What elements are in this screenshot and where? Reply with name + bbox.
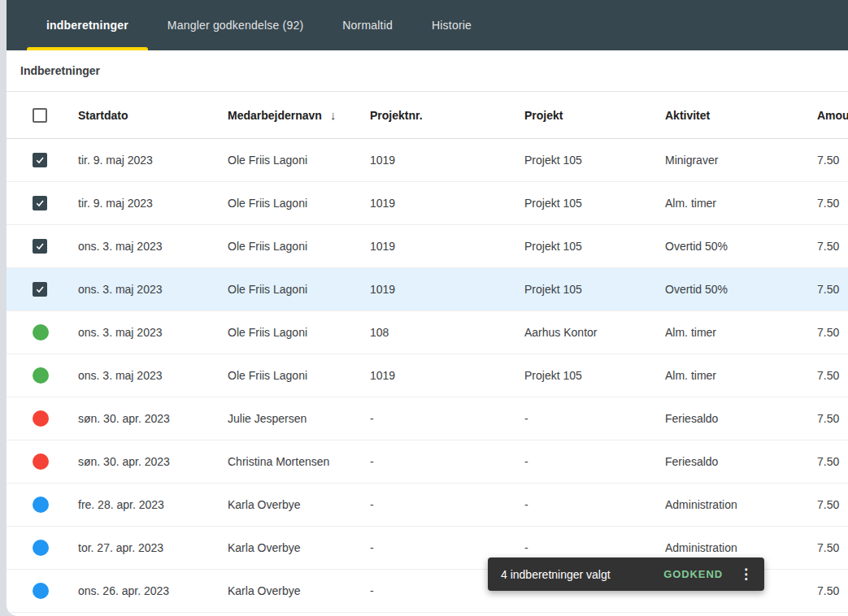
tab-mangler-godkendelse[interactable]: Mangler godkendelse (92)	[148, 0, 323, 50]
col-projektnr[interactable]: Projektnr.	[370, 109, 524, 122]
table-row[interactable]: tir. 9. maj 2023 Ole Friis Lagoni 1019 P…	[7, 182, 848, 225]
row-indicator-cell	[7, 497, 78, 513]
cell-projekt: -	[524, 412, 665, 425]
cell-aktivitet: Feriesaldo	[665, 455, 817, 468]
cell-amount: 7.50	[817, 283, 848, 296]
page-title-row: Indberetninger	[7, 50, 848, 92]
col-amount[interactable]: Amount	[817, 109, 848, 122]
col-startdato[interactable]: Startdato	[78, 109, 228, 122]
page-title: Indberetninger	[20, 64, 100, 77]
cell-projektnr: 108	[370, 326, 524, 339]
cell-medarbejdernavn: Ole Friis Lagoni	[228, 283, 370, 296]
cell-medarbejdernavn: Ole Friis Lagoni	[228, 326, 370, 339]
cell-projektnr: 1019	[370, 369, 524, 382]
row-checkbox-checked[interactable]	[33, 153, 47, 167]
app-window: indberetninger Mangler godkendelse (92) …	[7, 0, 848, 616]
snackbar-message: 4 indberetninger valgt	[501, 568, 655, 581]
cell-startdato: ons. 26. apr. 2023	[78, 584, 228, 597]
cell-amount: 7.50	[817, 369, 848, 382]
col-medarbejdernavn[interactable]: Medarbejdernavn↓	[228, 108, 370, 122]
row-indicator-cell	[7, 367, 78, 384]
cell-medarbejdernavn: Ole Friis Lagoni	[228, 154, 370, 167]
tab-historie[interactable]: Historie	[412, 0, 491, 50]
cell-projektnr: -	[370, 541, 524, 554]
tab-label: indberetninger	[46, 19, 128, 32]
cell-startdato: ons. 3. maj 2023	[78, 240, 228, 253]
cell-amount: 7.50	[817, 498, 848, 511]
tab-label: Mangler godkendelse (92)	[167, 19, 303, 32]
cell-projekt: -	[524, 455, 665, 468]
tab-indberetninger[interactable]: indberetninger	[27, 0, 148, 50]
table-row[interactable]: søn. 30. apr. 2023 Christina Mortensen -…	[7, 440, 848, 484]
godkend-button[interactable]: GODKEND	[655, 562, 731, 587]
row-checkbox-checked[interactable]	[33, 282, 47, 297]
cell-projekt: Projekt 105	[524, 154, 665, 167]
col-projekt[interactable]: Projekt	[524, 109, 665, 122]
table-body: tir. 9. maj 2023 Ole Friis Lagoni 1019 P…	[7, 139, 848, 613]
status-dot[interactable]	[33, 324, 49, 341]
cell-projekt: Aarhus Kontor	[524, 326, 665, 339]
table-header: Startdato Medarbejdernavn↓ Projektnr. Pr…	[7, 92, 848, 139]
cell-aktivitet: Alm. timer	[665, 369, 817, 382]
status-dot[interactable]	[33, 583, 49, 599]
row-indicator-cell	[7, 410, 78, 427]
cell-medarbejdernavn: Christina Mortensen	[228, 455, 370, 468]
kebab-vertical-icon[interactable]: ⋮	[731, 562, 761, 586]
select-all-cell	[7, 108, 78, 123]
cell-projektnr: 1019	[370, 240, 524, 253]
status-dot[interactable]	[33, 497, 49, 513]
cell-projekt: Projekt 105	[524, 283, 665, 296]
cell-projekt: Projekt 105	[524, 369, 665, 382]
cell-startdato: tor. 27. apr. 2023	[78, 541, 228, 554]
status-dot[interactable]	[33, 540, 49, 556]
table-row[interactable]: ons. 3. maj 2023 Ole Friis Lagoni 1019 P…	[7, 268, 848, 311]
cell-aktivitet: Alm. timer	[665, 197, 817, 210]
table-row[interactable]: ons. 3. maj 2023 Ole Friis Lagoni 1019 P…	[7, 354, 848, 397]
row-checkbox-checked[interactable]	[33, 196, 47, 210]
tab-label: Historie	[432, 19, 472, 32]
cell-aktivitet: Administration	[665, 498, 817, 511]
cell-amount: 7.50	[817, 584, 848, 597]
cell-medarbejdernavn: Karla Overbye	[228, 541, 370, 554]
cell-aktivitet: Feriesaldo	[665, 412, 817, 425]
cell-medarbejdernavn: Karla Overbye	[228, 584, 370, 597]
sort-desc-icon[interactable]: ↓	[330, 108, 337, 122]
cell-amount: 7.50	[817, 326, 848, 339]
cell-medarbejdernavn: Ole Friis Lagoni	[228, 369, 370, 382]
row-indicator-cell	[7, 239, 78, 254]
col-medarbejdernavn-label: Medarbejdernavn	[228, 109, 322, 122]
cell-aktivitet: Administration	[665, 541, 817, 554]
selection-snackbar: 4 indberetninger valgt GODKEND ⋮	[488, 557, 764, 591]
cell-startdato: fre. 28. apr. 2023	[78, 498, 228, 511]
row-indicator-cell	[7, 282, 78, 297]
cell-startdato: søn. 30. apr. 2023	[78, 412, 228, 425]
cell-aktivitet: Minigraver	[665, 154, 817, 167]
cell-medarbejdernavn: Ole Friis Lagoni	[228, 197, 370, 210]
cell-medarbejdernavn: Julie Jespersen	[228, 412, 370, 425]
table-row[interactable]: fre. 28. apr. 2023 Karla Overbye - - Adm…	[7, 484, 848, 527]
cell-amount: 7.50	[817, 455, 848, 468]
tab-normaltid[interactable]: Normaltid	[323, 0, 412, 50]
table-row[interactable]: søn. 30. apr. 2023 Julie Jespersen - - F…	[7, 397, 848, 440]
cell-projektnr: -	[370, 498, 524, 511]
status-dot[interactable]	[33, 367, 49, 384]
cell-projektnr: -	[370, 412, 524, 425]
cell-startdato: tir. 9. maj 2023	[78, 154, 228, 167]
cell-amount: 7.50	[817, 154, 848, 167]
cell-amount: 7.50	[817, 541, 848, 554]
cell-projektnr: 1019	[370, 283, 524, 296]
row-checkbox-checked[interactable]	[33, 239, 47, 254]
status-dot[interactable]	[33, 453, 49, 470]
row-indicator-cell	[7, 153, 78, 167]
status-dot[interactable]	[33, 410, 49, 427]
select-all-checkbox[interactable]	[33, 108, 47, 123]
table-row[interactable]: tir. 9. maj 2023 Ole Friis Lagoni 1019 P…	[7, 139, 848, 182]
table-row[interactable]: ons. 3. maj 2023 Ole Friis Lagoni 108 Aa…	[7, 311, 848, 354]
cell-projekt: Projekt 105	[524, 240, 665, 253]
cell-amount: 7.50	[817, 412, 848, 425]
cell-startdato: ons. 3. maj 2023	[78, 369, 228, 382]
cell-aktivitet: Overtid 50%	[665, 240, 817, 253]
col-aktivitet[interactable]: Aktivitet	[665, 109, 817, 122]
cell-projekt: -	[524, 498, 665, 511]
table-row[interactable]: ons. 3. maj 2023 Ole Friis Lagoni 1019 P…	[7, 225, 848, 268]
